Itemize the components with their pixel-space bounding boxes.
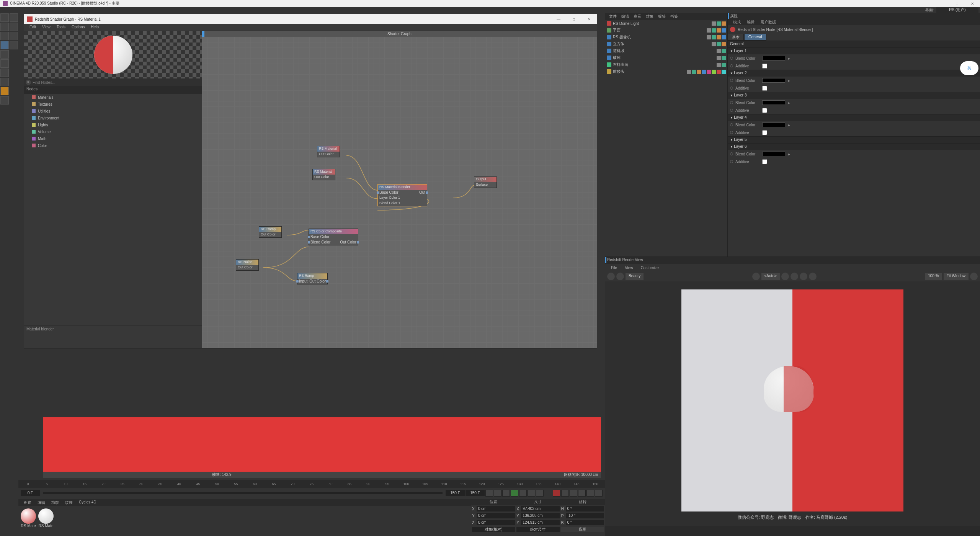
render-tool-3[interactable] (791, 273, 798, 280)
autokey-button[interactable] (561, 490, 569, 497)
size-field[interactable]: 97.403 cm (521, 506, 559, 511)
obj-menu-item[interactable]: 书签 (668, 13, 680, 20)
redo-tool[interactable] (10, 13, 18, 22)
gradient-editor[interactable]: 帧速: 142.9 网格间距: 10000 cm (43, 417, 601, 478)
node-category-textures[interactable]: Textures (24, 101, 202, 108)
play-button[interactable] (511, 490, 518, 497)
color-swatch[interactable] (762, 78, 785, 83)
tool-7[interactable] (0, 50, 9, 59)
time-ruler[interactable]: 0510152025303540455055606570758085909510… (18, 480, 605, 488)
param-dot[interactable] (730, 131, 733, 134)
tool-12[interactable] (0, 96, 9, 105)
close-button[interactable]: ✕ (965, 0, 980, 7)
shader-menu-help[interactable]: Help (88, 24, 102, 31)
layout-dropdown[interactable]: RS (用户) (936, 7, 978, 13)
node-category-lights[interactable]: Lights (24, 121, 202, 128)
maximize-button[interactable]: □ (949, 0, 965, 7)
coord-mode-2[interactable]: 绝对尺寸 (516, 527, 559, 532)
attr-menu-item[interactable]: 编辑 (744, 19, 758, 25)
additive-checkbox[interactable] (762, 159, 767, 164)
shader-minimize-button[interactable]: — (551, 14, 566, 24)
render-tool-2[interactable] (781, 273, 789, 280)
picker-arrow-icon[interactable]: ▸ (788, 101, 790, 105)
shader-menu-edit[interactable]: Edit (26, 24, 39, 31)
attr-menu-item[interactable]: 模式 (730, 19, 744, 25)
obj-menu-item[interactable]: 文件 (607, 13, 619, 20)
param-dot[interactable] (730, 123, 733, 126)
render-auto-dropdown[interactable]: <Auto> (761, 273, 780, 280)
tool-2[interactable] (10, 23, 18, 31)
tool-10[interactable] (0, 78, 9, 86)
render-tool-4[interactable] (800, 273, 807, 280)
tool-1[interactable] (0, 23, 9, 31)
layer-header[interactable]: Layer 2 (728, 70, 980, 77)
shader-graph-canvas[interactable]: Shader Graph RS Material Out Color RS Ma… (202, 31, 597, 348)
layer-header[interactable]: Layer 6 (728, 143, 980, 150)
render-zoom[interactable]: 100 % (925, 273, 942, 280)
additive-checkbox[interactable] (762, 108, 767, 113)
param-dot[interactable] (730, 160, 733, 163)
prev-frame-button[interactable] (502, 490, 510, 497)
key-scale-button[interactable] (578, 490, 586, 497)
tool-5[interactable] (0, 41, 9, 49)
param-dot[interactable] (730, 57, 733, 60)
node-rs-material-2[interactable]: RS Material Out Color (312, 169, 335, 180)
end-frame-field[interactable]: 150 F (446, 490, 465, 496)
object-row[interactable]: 随机域 (605, 47, 727, 54)
current-frame-field[interactable]: 150 F (466, 490, 485, 496)
translate-badge[interactable]: 英 (960, 61, 978, 75)
additive-checkbox[interactable] (762, 130, 767, 135)
node-rs-noise[interactable]: RS Noise Out Color (236, 259, 259, 271)
render-play-button[interactable] (616, 273, 624, 280)
goto-start-button[interactable] (485, 490, 493, 497)
tool-6[interactable] (10, 41, 18, 49)
rot-field[interactable]: -10 ° (566, 513, 604, 518)
node-category-environment[interactable]: Environment (24, 114, 202, 121)
color-swatch[interactable] (762, 56, 785, 60)
node-rs-material-1[interactable]: RS Material Out Color (317, 146, 340, 157)
param-dot[interactable] (730, 152, 733, 155)
picker-arrow-icon[interactable]: ▸ (788, 56, 790, 60)
time-slider[interactable] (43, 492, 443, 494)
color-swatch[interactable] (762, 152, 785, 156)
coord-apply-button[interactable]: 应用 (561, 527, 604, 532)
param-dot[interactable] (730, 64, 733, 67)
render-menu-item[interactable]: Customize (637, 265, 663, 271)
render-menu-item[interactable]: View (621, 265, 637, 271)
shader-maximize-button[interactable]: □ (566, 14, 581, 24)
picker-arrow-icon[interactable]: ▸ (788, 78, 790, 83)
additive-checkbox[interactable] (762, 86, 767, 91)
pos-field[interactable]: 0 cm (477, 513, 515, 518)
param-dot[interactable] (730, 79, 733, 82)
shader-titlebar[interactable]: Redshift Shader Graph - RS Material.1 — … (24, 14, 597, 24)
color-swatch[interactable] (762, 123, 785, 127)
mat-menu-item[interactable]: 纹理 (62, 499, 76, 506)
node-category-volume[interactable]: Volume (24, 128, 202, 135)
main-menubar[interactable] (0, 7, 980, 13)
undo-tool[interactable] (0, 13, 9, 22)
rot-field[interactable]: 0 ° (566, 506, 604, 511)
param-dot[interactable] (730, 109, 733, 112)
node-category-color[interactable]: Color (24, 142, 202, 149)
obj-menu-item[interactable]: 查看 (631, 13, 644, 20)
start-frame-field[interactable]: 0 F (21, 490, 40, 496)
next-frame-button[interactable] (519, 490, 527, 497)
render-fit[interactable]: Fit Window (944, 273, 969, 280)
node-rs-material-blender[interactable]: RS Material Blender Base ColorOut Layer … (377, 184, 427, 206)
mat-menu-item[interactable]: 功能 (48, 499, 62, 506)
render-tool-5[interactable] (809, 273, 817, 280)
objects-menubar[interactable]: 文件编辑查看对象标签书签 (605, 13, 727, 20)
object-row[interactable]: 平面 (605, 27, 727, 34)
attr-menu-item[interactable]: 用户数据 (758, 19, 779, 25)
shader-close-button[interactable]: ✕ (581, 14, 597, 24)
node-rs-ramp-1[interactable]: RS Ramp Out Color (259, 226, 282, 238)
node-category-math[interactable]: Math (24, 135, 202, 142)
material-slot-1[interactable]: RS Mate (20, 508, 37, 528)
additive-checkbox[interactable] (762, 64, 767, 69)
minimize-button[interactable]: — (934, 0, 949, 7)
param-dot[interactable] (730, 101, 733, 104)
tool-9[interactable] (0, 69, 9, 77)
mat-menu-item[interactable]: 编辑 (34, 499, 48, 506)
node-output[interactable]: Output Surface (474, 176, 497, 188)
layer-header[interactable]: Layer 5 (728, 136, 980, 143)
